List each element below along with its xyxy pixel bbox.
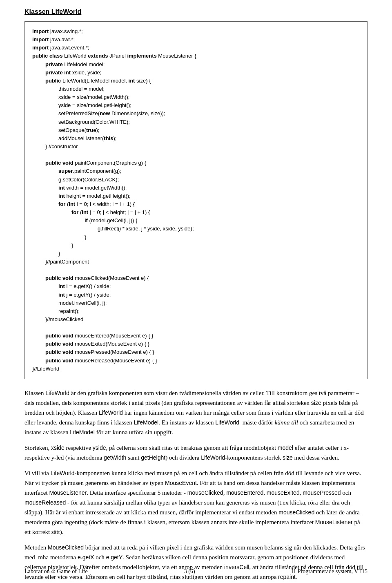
paragraph-2: Storleken, xside respektive yside, på ce…: [24, 443, 368, 462]
paragraph-3: Vi vill via LifeWorld-komponenten kunna …: [24, 468, 368, 537]
footer-center: 3 (6): [184, 568, 195, 575]
footer-right: I1 Programmerade system, VT15: [292, 568, 368, 575]
code-block: import javax.swing.*; import java.awt.*;…: [24, 21, 368, 379]
paragraph-1: Klassen LifeWorld är den grafiska kompon…: [24, 388, 368, 437]
footer-left: Laboration 4: Game of Life: [24, 568, 88, 575]
footer: Laboration 4: Game of Life 3 (6) I1 Prog…: [0, 568, 392, 575]
paragraph-4: Metoden MouseClicked börjar med att ta r…: [24, 543, 368, 582]
page-title: Klassen LifeWorld: [24, 8, 368, 16]
